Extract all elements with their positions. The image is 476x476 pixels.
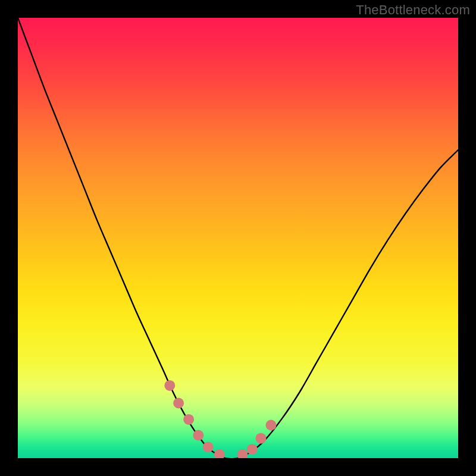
highlight-marker [193, 430, 203, 441]
highlight-marker [214, 449, 225, 458]
highlight-marker [203, 442, 214, 453]
highlight-marker [173, 398, 184, 409]
highlight-marker [255, 433, 266, 444]
highlight-marker [237, 449, 248, 458]
chart-stage: TheBottleneck.com [0, 0, 476, 476]
highlight-markers [164, 380, 276, 458]
curve-layer [18, 18, 458, 458]
attribution-label: TheBottleneck.com [356, 2, 470, 18]
highlight-marker [266, 420, 277, 431]
bottleneck-curve [18, 18, 458, 458]
highlight-marker [164, 380, 175, 391]
highlight-marker [183, 414, 194, 425]
plot-area [18, 18, 458, 458]
highlight-marker [247, 444, 258, 455]
